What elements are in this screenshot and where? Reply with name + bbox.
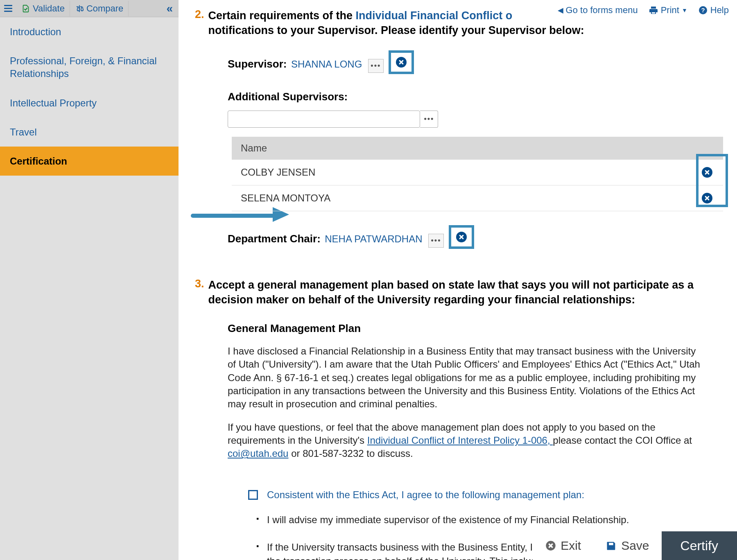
department-chair-remove-highlight xyxy=(449,225,474,249)
remove-row-button[interactable] xyxy=(700,191,714,205)
footer-action-bar: Exit Save Certify xyxy=(533,531,737,560)
supervisor-lookup-button[interactable]: ••• xyxy=(368,59,384,73)
department-chair-lookup-button[interactable]: ••• xyxy=(428,234,444,248)
sidebar-item-certification[interactable]: Certification xyxy=(0,147,179,176)
save-icon xyxy=(606,540,617,551)
hamburger-menu-icon[interactable] xyxy=(0,1,16,16)
certify-label: Certify xyxy=(680,538,718,553)
table-row: COLBY JENSEN xyxy=(232,160,723,185)
compare-label: Compare xyxy=(86,3,123,14)
supervisor-remove-highlight xyxy=(389,50,414,74)
supervisor-field: Supervisor: SHANNA LONG ••• xyxy=(228,50,721,74)
ethics-agree-label: Consistent with the Ethics Act, I agree … xyxy=(267,489,584,501)
sidebar: Validate Compare « Introduction Professi… xyxy=(0,0,179,560)
department-chair-remove-button[interactable] xyxy=(454,230,468,244)
question-3: 3. Accept a general management plan base… xyxy=(195,278,721,307)
department-chair-field: Department Chair: NEHA PATWARDHAN ••• xyxy=(228,225,721,249)
validate-label: Validate xyxy=(33,3,65,14)
compare-button[interactable]: Compare xyxy=(70,1,129,16)
list-item: I will advise my immediate supervisor of… xyxy=(256,513,696,527)
close-circle-icon xyxy=(545,540,556,551)
ethics-agree-checkbox[interactable] xyxy=(248,490,258,500)
policy-link[interactable]: Individual Financial Conflict o xyxy=(356,9,513,22)
supervisor-label: Supervisor: xyxy=(228,58,287,70)
ethics-agree-row: Consistent with the Ethics Act, I agree … xyxy=(248,489,721,501)
remove-row-button[interactable] xyxy=(700,165,714,179)
question-2: 2. Certain requirements of the Individua… xyxy=(195,8,721,38)
table-cell-name: SELENA MONTOYA xyxy=(241,192,700,204)
exit-button[interactable]: Exit xyxy=(533,531,593,560)
remove-icon xyxy=(456,232,467,242)
additional-supervisor-input[interactable] xyxy=(228,111,420,128)
sidebar-item-travel[interactable]: Travel xyxy=(0,117,179,147)
certify-button[interactable]: Certify xyxy=(662,531,737,560)
question-2-text: Certain requirements of the Individual F… xyxy=(208,8,584,38)
supervisors-table: Name COLBY JENSEN SELENA MONTOYA xyxy=(232,137,723,211)
table-cell-name: COLBY JENSEN xyxy=(241,167,700,178)
department-chair-value: NEHA PATWARDHAN xyxy=(325,233,422,244)
gmp-paragraph-2: If you have questions, or feel that the … xyxy=(228,421,704,461)
table-row: SELENA MONTOYA xyxy=(232,185,723,211)
supervisor-remove-button[interactable] xyxy=(394,55,408,69)
question-2-number: 2. xyxy=(195,8,204,38)
question-3-number: 3. xyxy=(195,278,204,307)
validate-button[interactable]: Validate xyxy=(16,1,70,16)
sidebar-item-relationships[interactable]: Professional, Foreign, & Financial Relat… xyxy=(0,46,179,88)
coi-email-link[interactable]: coi@utah.edu xyxy=(228,448,288,459)
collapse-sidebar-icon[interactable]: « xyxy=(161,0,179,18)
exit-label: Exit xyxy=(561,539,581,553)
compare-icon xyxy=(75,4,84,13)
table-header-name: Name xyxy=(232,137,723,160)
remove-icon xyxy=(702,167,712,178)
save-label: Save xyxy=(621,539,649,553)
remove-icon xyxy=(702,193,712,203)
additional-supervisor-lookup-button[interactable]: ••• xyxy=(420,111,438,128)
additional-supervisors-block: Additional Supervisors: ••• Name COLBY J… xyxy=(228,90,721,211)
sidebar-toolbar: Validate Compare « xyxy=(0,0,179,17)
additional-supervisors-label: Additional Supervisors: xyxy=(228,90,348,103)
sidebar-item-introduction[interactable]: Introduction xyxy=(0,17,179,46)
sidebar-item-intellectual-property[interactable]: Intellectual Property xyxy=(0,88,179,117)
question-3-text: Accept a general management plan based o… xyxy=(208,278,721,307)
save-button[interactable]: Save xyxy=(593,531,661,560)
department-chair-label: Department Chair: xyxy=(228,233,321,245)
coi-policy-link[interactable]: Individual Conflict of Interest Policy 1… xyxy=(367,435,553,446)
main-content: ◀ Go to forms menu Print ▼ ? Help 2. Cer… xyxy=(179,0,737,560)
supervisor-value: SHANNA LONG xyxy=(291,59,362,70)
remove-icon xyxy=(396,57,407,68)
gmp-title: General Management Plan xyxy=(228,322,721,335)
gmp-paragraph-1: I have disclosed a Financial Relationshi… xyxy=(228,345,704,411)
validate-icon xyxy=(21,4,30,13)
